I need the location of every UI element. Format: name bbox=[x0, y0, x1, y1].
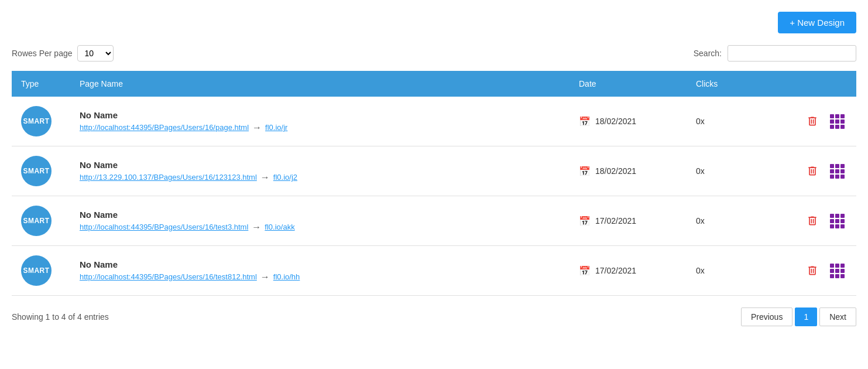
grid-view-button[interactable] bbox=[828, 261, 847, 281]
date-text: 18/02/2021 bbox=[595, 166, 636, 176]
url-dest[interactable]: fl0.io/jr bbox=[265, 123, 287, 132]
url-source[interactable]: http://13.229.100.137/BPages/Users/16/12… bbox=[80, 173, 257, 182]
clicks-cell: 0x bbox=[687, 196, 856, 246]
table-row: SMARTNo Namehttp://localhost:44395/BPage… bbox=[12, 246, 856, 296]
url-dest[interactable]: fl0.io/hh bbox=[273, 272, 300, 281]
grid-view-button[interactable] bbox=[828, 211, 847, 231]
url-arrow-icon: → bbox=[260, 172, 270, 183]
page-container: + New Design Rowes Per page 10 25 50 100… bbox=[0, 0, 868, 369]
calendar-icon: 📅 bbox=[579, 116, 591, 127]
clicks-count: 0x bbox=[696, 166, 713, 176]
pagination: Previous 1 Next bbox=[741, 308, 856, 326]
calendar-icon: 📅 bbox=[579, 216, 591, 227]
showing-text: Showing 1 to 4 of 4 entries bbox=[12, 312, 109, 322]
url-arrow-icon: → bbox=[252, 122, 262, 133]
search-input[interactable] bbox=[728, 45, 856, 62]
col-header-type: Type bbox=[12, 71, 70, 97]
table-body: SMARTNo Namehttp://localhost:44395/BPage… bbox=[12, 97, 856, 296]
grid-icon bbox=[830, 214, 845, 228]
smart-badge: SMART bbox=[21, 206, 52, 236]
rows-per-page-select[interactable]: 10 25 50 100 bbox=[77, 45, 114, 62]
page-cell: No Namehttp://localhost:44395/BPages/Use… bbox=[70, 97, 569, 146]
grid-view-button[interactable] bbox=[828, 162, 847, 181]
search-label: Search: bbox=[694, 49, 722, 58]
next-button[interactable]: Next bbox=[819, 308, 856, 326]
table-row: SMARTNo Namehttp://localhost:44395/BPage… bbox=[12, 196, 856, 246]
grid-icon bbox=[830, 164, 845, 179]
grid-icon bbox=[830, 264, 845, 278]
action-buttons bbox=[804, 211, 847, 231]
clicks-count: 0x bbox=[696, 266, 713, 275]
rows-per-page-label: Rowes Per page bbox=[12, 49, 73, 58]
delete-button[interactable] bbox=[804, 212, 821, 230]
action-buttons bbox=[804, 162, 847, 181]
page-name: No Name bbox=[80, 259, 560, 269]
header-row: Type Page Name Date Clicks bbox=[12, 71, 856, 97]
date-text: 17/02/2021 bbox=[595, 216, 636, 226]
type-cell: SMART bbox=[12, 246, 70, 296]
search-area: Search: bbox=[694, 45, 856, 62]
date-text: 18/02/2021 bbox=[595, 117, 636, 126]
date-cell: 📅17/02/2021 bbox=[569, 196, 687, 246]
clicks-count: 0x bbox=[696, 216, 713, 226]
url-dest[interactable]: fl0.io/akk bbox=[265, 223, 294, 231]
smart-badge: SMART bbox=[21, 255, 52, 286]
calendar-icon: 📅 bbox=[579, 265, 591, 276]
col-header-date: Date bbox=[569, 71, 687, 97]
col-header-page: Page Name bbox=[70, 71, 569, 97]
clicks-cell: 0x bbox=[687, 97, 856, 146]
rows-per-page-group: Rowes Per page 10 25 50 100 bbox=[12, 45, 114, 62]
controls-row: Rowes Per page 10 25 50 100 Search: bbox=[12, 45, 856, 62]
action-buttons bbox=[804, 112, 847, 131]
page-1-button[interactable]: 1 bbox=[795, 308, 817, 326]
date-cell: 📅17/02/2021 bbox=[569, 246, 687, 296]
type-cell: SMART bbox=[12, 97, 70, 146]
table-row: SMARTNo Namehttp://localhost:44395/BPage… bbox=[12, 97, 856, 146]
smart-badge: SMART bbox=[21, 156, 52, 186]
table-row: SMARTNo Namehttp://13.229.100.137/BPages… bbox=[12, 146, 856, 196]
previous-button[interactable]: Previous bbox=[741, 308, 792, 326]
data-table: Type Page Name Date Clicks SMARTNo Nameh… bbox=[12, 71, 856, 296]
date-cell: 📅18/02/2021 bbox=[569, 146, 687, 196]
date-cell: 📅18/02/2021 bbox=[569, 97, 687, 146]
url-arrow-icon: → bbox=[252, 222, 261, 233]
smart-badge: SMART bbox=[21, 106, 52, 136]
col-header-clicks: Clicks bbox=[687, 71, 856, 97]
page-cell: No Namehttp://localhost:44395/BPages/Use… bbox=[70, 196, 569, 246]
url-arrow-icon: → bbox=[260, 272, 270, 282]
bottom-row: Showing 1 to 4 of 4 entries Previous 1 N… bbox=[12, 308, 856, 326]
new-design-button[interactable]: + New Design bbox=[778, 12, 856, 33]
page-cell: No Namehttp://localhost:44395/BPages/Use… bbox=[70, 246, 569, 296]
url-dest[interactable]: fl0.io/j2 bbox=[273, 173, 297, 182]
clicks-cell: 0x bbox=[687, 146, 856, 196]
url-source[interactable]: http://localhost:44395/BPages/Users/16/t… bbox=[80, 223, 248, 231]
url-source[interactable]: http://localhost:44395/BPages/Users/16/t… bbox=[80, 272, 257, 281]
table-header: Type Page Name Date Clicks bbox=[12, 71, 856, 97]
page-cell: No Namehttp://13.229.100.137/BPages/User… bbox=[70, 146, 569, 196]
date-text: 17/02/2021 bbox=[595, 266, 636, 275]
delete-button[interactable] bbox=[804, 162, 821, 180]
top-bar: + New Design bbox=[12, 6, 856, 45]
action-buttons bbox=[804, 261, 847, 281]
url-source[interactable]: http://localhost:44395/BPages/Users/16/p… bbox=[80, 123, 249, 132]
page-name: No Name bbox=[80, 110, 560, 120]
clicks-count: 0x bbox=[696, 117, 713, 126]
page-name: No Name bbox=[80, 210, 560, 220]
type-cell: SMART bbox=[12, 146, 70, 196]
page-name: No Name bbox=[80, 160, 560, 170]
delete-button[interactable] bbox=[804, 262, 821, 279]
grid-view-button[interactable] bbox=[828, 112, 847, 131]
grid-icon bbox=[830, 114, 845, 129]
delete-button[interactable] bbox=[804, 112, 821, 130]
calendar-icon: 📅 bbox=[579, 166, 591, 177]
clicks-cell: 0x bbox=[687, 246, 856, 296]
type-cell: SMART bbox=[12, 196, 70, 246]
